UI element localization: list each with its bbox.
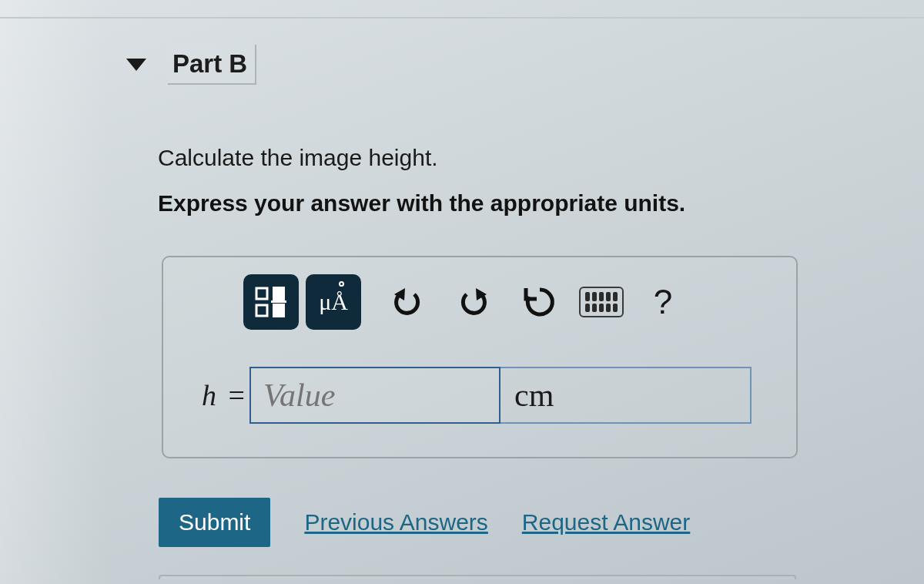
reset-button[interactable] xyxy=(513,274,567,330)
screen-sheen xyxy=(0,0,108,584)
question-prompt: Calculate the image height. xyxy=(158,145,438,171)
units-button-label: μÅ xyxy=(319,289,348,315)
svg-rect-0 xyxy=(256,288,267,299)
keyboard-button[interactable] xyxy=(579,287,624,317)
templates-button[interactable] xyxy=(243,274,299,330)
answer-input-row: h = cm xyxy=(163,367,796,424)
variable-symbol: h xyxy=(202,379,216,411)
part-header[interactable]: Part B xyxy=(126,45,256,85)
ring-accent-icon xyxy=(339,281,344,287)
undo-button[interactable] xyxy=(380,274,434,330)
unit-label: cm xyxy=(514,377,554,414)
top-divider xyxy=(0,17,924,18)
svg-rect-4 xyxy=(271,300,286,303)
unit-input[interactable]: cm xyxy=(500,367,752,424)
question-instruction: Express your answer with the appropriate… xyxy=(158,190,685,216)
variable-label: h = xyxy=(163,378,249,412)
reset-icon xyxy=(523,285,557,319)
redo-button[interactable] xyxy=(447,274,500,330)
submit-button[interactable]: Submit xyxy=(159,498,270,547)
redo-icon xyxy=(456,287,491,317)
part-label: Part B xyxy=(168,45,256,85)
svg-rect-1 xyxy=(273,287,285,300)
value-input[interactable] xyxy=(249,367,500,424)
collapse-caret-icon[interactable] xyxy=(126,59,146,71)
svg-rect-3 xyxy=(273,304,285,317)
bottom-panel-edge xyxy=(159,575,796,579)
request-answer-link[interactable]: Request Answer xyxy=(522,509,690,535)
equals-sign: = xyxy=(224,379,245,411)
keyboard-icon xyxy=(581,288,622,316)
undo-icon xyxy=(390,287,425,317)
svg-rect-2 xyxy=(256,305,267,316)
actions-row: Submit Previous Answers Request Answer xyxy=(159,498,690,547)
units-button[interactable]: μÅ xyxy=(306,274,361,330)
previous-answers-link[interactable]: Previous Answers xyxy=(304,509,487,535)
equation-toolbar: μÅ ? xyxy=(243,274,690,330)
answer-panel: μÅ ? xyxy=(162,256,798,458)
templates-icon xyxy=(253,284,290,321)
help-button[interactable]: ? xyxy=(636,274,690,330)
